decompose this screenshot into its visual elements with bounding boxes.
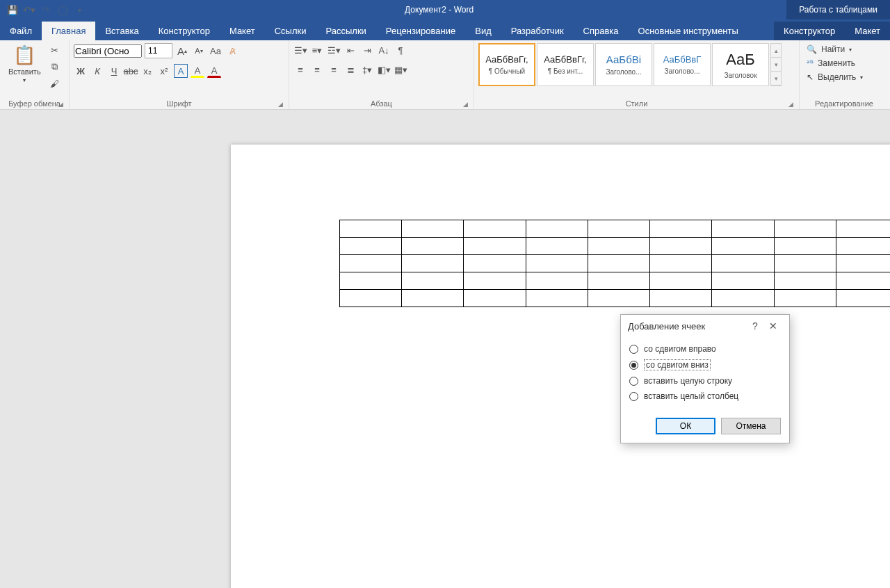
table-cell[interactable]	[340, 220, 402, 238]
tab-table-layout[interactable]: Макет	[845, 22, 890, 40]
align-left-icon[interactable]: ≡	[293, 63, 307, 76]
style-item-normal[interactable]: АаБбВвГг, ¶ Обычный	[478, 43, 535, 86]
table-row[interactable]	[340, 255, 891, 272]
table-row[interactable]	[340, 272, 891, 290]
style-item-title[interactable]: АаБ Заголовок	[712, 43, 769, 86]
table-cell[interactable]	[526, 220, 588, 238]
select-button[interactable]: ↖Выделить▾	[804, 71, 866, 83]
subscript-button[interactable]: x₂	[140, 64, 154, 78]
font-color-button[interactable]: A	[207, 64, 221, 78]
bullets-icon[interactable]: ☰▾	[293, 43, 307, 57]
table-cell[interactable]	[650, 238, 712, 255]
tab-review[interactable]: Рецензирование	[376, 22, 465, 40]
copy-icon[interactable]: ⧉	[48, 60, 62, 74]
sort-icon[interactable]: A↓	[377, 43, 391, 57]
tab-table-design[interactable]: Конструктор	[774, 22, 845, 40]
table-cell[interactable]	[650, 220, 712, 238]
table-cell[interactable]	[836, 255, 890, 272]
tab-layout[interactable]: Макет	[220, 22, 265, 40]
borders-icon[interactable]: ▦▾	[394, 63, 407, 76]
gallery-down-icon[interactable]: ▾	[771, 58, 781, 72]
table-cell[interactable]	[464, 290, 526, 307]
tab-design[interactable]: Конструктор	[149, 22, 220, 40]
table-cell[interactable]	[836, 272, 890, 290]
tab-view[interactable]: Вид	[465, 22, 501, 40]
table-cell[interactable]	[712, 238, 774, 255]
table-cell[interactable]	[464, 272, 526, 290]
table-cell[interactable]	[588, 290, 649, 307]
touch-mode-icon[interactable]: ◯	[57, 4, 68, 15]
paste-button[interactable]: 📋 Вставить ▾	[4, 43, 45, 85]
table-cell[interactable]	[650, 290, 712, 307]
table-cell[interactable]	[650, 255, 712, 272]
bold-button[interactable]: Ж	[74, 64, 88, 78]
table-cell[interactable]	[402, 238, 464, 255]
table-cell[interactable]	[588, 238, 649, 255]
qat-customize-icon[interactable]: ▾	[74, 4, 85, 15]
strikethrough-button[interactable]: abc	[124, 64, 138, 78]
table-cell[interactable]	[774, 290, 836, 307]
radio-shift-right[interactable]: со сдвигом вправо	[629, 341, 781, 357]
tab-references[interactable]: Ссылки	[265, 22, 316, 40]
table-cell[interactable]	[526, 272, 588, 290]
table-cell[interactable]	[712, 255, 774, 272]
document-table[interactable]	[339, 220, 890, 307]
radio-insert-row[interactable]: вставить целую строку	[629, 373, 781, 389]
grow-font-icon[interactable]: A▴	[175, 44, 189, 58]
ok-button[interactable]: ОК	[656, 418, 715, 434]
table-cell[interactable]	[712, 272, 774, 290]
table-cell[interactable]	[340, 290, 402, 307]
style-item-nospacing[interactable]: АаБбВвГг, ¶ Без инт...	[537, 43, 594, 86]
tab-insert[interactable]: Вставка	[95, 22, 148, 40]
text-effects-button[interactable]: A	[174, 64, 188, 78]
table-cell[interactable]	[526, 290, 588, 307]
italic-button[interactable]: К	[90, 64, 104, 78]
highlight-button[interactable]: A	[191, 64, 204, 78]
tab-developer[interactable]: Разработчик	[501, 22, 574, 40]
redo-icon[interactable]: ↷	[40, 4, 51, 15]
table-cell[interactable]	[836, 220, 890, 238]
numbering-icon[interactable]: ≡▾	[310, 43, 324, 57]
undo-icon[interactable]: ↶▾	[24, 4, 35, 15]
table-cell[interactable]	[464, 238, 526, 255]
table-cell[interactable]	[402, 220, 464, 238]
table-cell[interactable]	[464, 220, 526, 238]
table-cell[interactable]	[774, 238, 836, 255]
table-cell[interactable]	[588, 255, 649, 272]
table-cell[interactable]	[836, 290, 890, 307]
table-cell[interactable]	[712, 290, 774, 307]
decrease-indent-icon[interactable]: ⇤	[343, 43, 357, 57]
table-cell[interactable]	[340, 238, 402, 255]
style-item-heading1[interactable]: АаБбВі Заголово...	[595, 43, 652, 86]
tab-home[interactable]: Главная	[42, 22, 95, 40]
help-icon[interactable]: ?	[746, 320, 764, 332]
launcher-icon[interactable]: ◢	[463, 101, 468, 108]
format-painter-icon[interactable]: 🖌	[48, 76, 62, 90]
table-cell[interactable]	[774, 272, 836, 290]
align-center-icon[interactable]: ≡	[310, 63, 324, 76]
table-cell[interactable]	[526, 255, 588, 272]
launcher-icon[interactable]: ◢	[58, 101, 63, 108]
table-cell[interactable]	[712, 220, 774, 238]
table-cell[interactable]	[650, 272, 712, 290]
table-cell[interactable]	[774, 220, 836, 238]
shading-icon[interactable]: ◧▾	[377, 63, 391, 76]
tab-mailings[interactable]: Рассылки	[316, 22, 375, 40]
align-right-icon[interactable]: ≡	[327, 63, 341, 76]
table-cell[interactable]	[588, 220, 649, 238]
superscript-button[interactable]: x²	[157, 64, 171, 78]
style-item-heading2[interactable]: АаБбВвГ Заголово...	[654, 43, 711, 86]
table-cell[interactable]	[402, 290, 464, 307]
table-cell[interactable]	[588, 272, 649, 290]
font-size-input[interactable]	[145, 43, 172, 58]
tab-addins[interactable]: Основные инструменты	[629, 22, 748, 40]
tab-file[interactable]: Файл	[0, 22, 42, 40]
launcher-icon[interactable]: ◢	[788, 101, 793, 108]
shrink-font-icon[interactable]: A▾	[192, 44, 206, 58]
page[interactable]	[231, 145, 890, 588]
font-name-input[interactable]	[74, 44, 142, 58]
change-case-icon[interactable]: Aa	[209, 44, 222, 58]
table-row[interactable]	[340, 238, 891, 255]
launcher-icon[interactable]: ◢	[278, 101, 283, 108]
find-button[interactable]: 🔍Найти▾	[804, 43, 855, 56]
